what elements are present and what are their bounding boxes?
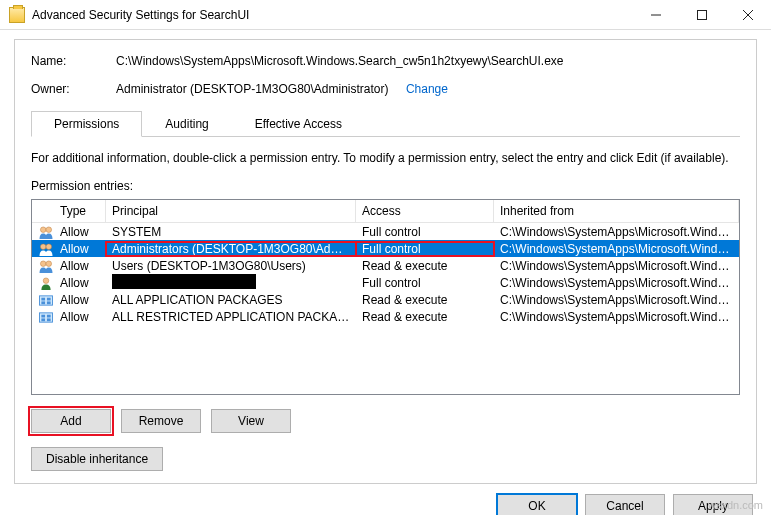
principal-icon	[32, 275, 54, 289]
cell-inherited: C:\Windows\SystemApps\Microsoft.Windo...	[494, 259, 739, 273]
cell-access: Read & execute	[356, 259, 494, 273]
col-type[interactable]: Type	[54, 200, 106, 222]
titlebar: Advanced Security Settings for SearchUI	[0, 0, 771, 30]
tabs: Permissions Auditing Effective Access	[31, 110, 740, 137]
cell-type: Allow	[54, 225, 106, 239]
svg-point-5	[40, 261, 46, 267]
cell-inherited: C:\Windows\SystemApps\Microsoft.Windo...	[494, 225, 739, 239]
cell-principal: SYSTEM	[106, 225, 356, 239]
svg-rect-11	[41, 301, 45, 304]
svg-rect-14	[41, 314, 45, 317]
owner-label: Owner:	[31, 82, 116, 96]
cell-type: Allow	[54, 242, 106, 256]
svg-point-6	[46, 261, 52, 267]
info-text: For additional information, double-click…	[31, 151, 740, 165]
cell-type: Allow	[54, 276, 106, 290]
table-row[interactable]: AllowAdministrators (DESKTOP-1M3OG80\Adm…	[32, 240, 739, 257]
cell-principal: Users (DESKTOP-1M3OG80\Users)	[106, 259, 356, 273]
svg-rect-0	[698, 10, 707, 19]
svg-point-1	[40, 227, 46, 233]
cell-type: Allow	[54, 310, 106, 324]
col-principal[interactable]: Principal	[106, 200, 356, 222]
remove-button[interactable]: Remove	[121, 409, 201, 433]
col-inherited[interactable]: Inherited from	[494, 200, 739, 222]
principal-icon	[32, 241, 54, 255]
cell-principal	[106, 274, 356, 292]
cell-access: Full control	[356, 276, 494, 290]
cell-access: Full control	[356, 242, 494, 256]
table-row[interactable]: AllowALL RESTRICTED APPLICATION PACKAGES…	[32, 308, 739, 325]
cancel-button[interactable]: Cancel	[585, 494, 665, 515]
permission-entries-label: Permission entries:	[31, 179, 740, 193]
table-row[interactable]: AllowUsers (DESKTOP-1M3OG80\Users)Read &…	[32, 257, 739, 274]
col-access[interactable]: Access	[356, 200, 494, 222]
svg-point-2	[46, 227, 52, 233]
close-button[interactable]	[725, 0, 771, 29]
cell-type: Allow	[54, 259, 106, 273]
change-owner-link[interactable]: Change	[406, 82, 448, 96]
dialog-panel: Name: C:\Windows\SystemApps\Microsoft.Wi…	[14, 39, 757, 484]
principal-icon	[32, 258, 54, 272]
principal-icon	[32, 292, 54, 306]
svg-rect-9	[41, 297, 45, 300]
principal-icon	[32, 224, 54, 238]
ok-button[interactable]: OK	[497, 494, 577, 515]
add-button[interactable]: Add	[31, 409, 111, 433]
cell-principal: Administrators (DESKTOP-1M3OG80\Admi...	[106, 242, 356, 256]
permission-entries-list[interactable]: Type Principal Access Inherited from All…	[31, 199, 740, 395]
svg-rect-15	[47, 314, 51, 317]
view-button[interactable]: View	[211, 409, 291, 433]
window-title: Advanced Security Settings for SearchUI	[32, 8, 633, 22]
owner-value: Administrator (DESKTOP-1M3OG80\Administr…	[116, 82, 389, 96]
svg-point-7	[43, 278, 49, 284]
cell-inherited: C:\Windows\SystemApps\Microsoft.Windo...	[494, 310, 739, 324]
minimize-button[interactable]	[633, 0, 679, 29]
svg-rect-10	[47, 297, 51, 300]
folder-icon	[9, 7, 25, 23]
name-value: C:\Windows\SystemApps\Microsoft.Windows.…	[116, 54, 740, 68]
cell-inherited: C:\Windows\SystemApps\Microsoft.Windo...	[494, 276, 739, 290]
svg-rect-17	[47, 318, 51, 321]
watermark: wsxdn.com	[708, 499, 763, 511]
table-row[interactable]: AllowALL APPLICATION PACKAGESRead & exec…	[32, 291, 739, 308]
tab-permissions[interactable]: Permissions	[31, 111, 142, 137]
maximize-button[interactable]	[679, 0, 725, 29]
list-header: Type Principal Access Inherited from	[32, 200, 739, 223]
svg-rect-16	[41, 318, 45, 321]
table-row[interactable]: AllowSYSTEMFull controlC:\Windows\System…	[32, 223, 739, 240]
cell-inherited: C:\Windows\SystemApps\Microsoft.Windo...	[494, 293, 739, 307]
tab-auditing[interactable]: Auditing	[142, 111, 231, 137]
disable-inheritance-button[interactable]: Disable inheritance	[31, 447, 163, 471]
dialog-footer: OK Cancel Apply	[0, 484, 771, 515]
name-label: Name:	[31, 54, 116, 68]
cell-access: Read & execute	[356, 310, 494, 324]
tab-effective-access[interactable]: Effective Access	[232, 111, 365, 137]
table-row[interactable]: AllowFull controlC:\Windows\SystemApps\M…	[32, 274, 739, 291]
cell-inherited: C:\Windows\SystemApps\Microsoft.Windo...	[494, 242, 739, 256]
cell-principal: ALL APPLICATION PACKAGES	[106, 293, 356, 307]
cell-principal: ALL RESTRICTED APPLICATION PACKAGES	[106, 310, 356, 324]
principal-icon	[32, 309, 54, 323]
svg-point-4	[46, 244, 52, 250]
svg-point-3	[40, 244, 46, 250]
cell-access: Read & execute	[356, 293, 494, 307]
svg-rect-12	[47, 301, 51, 304]
cell-access: Full control	[356, 225, 494, 239]
cell-type: Allow	[54, 293, 106, 307]
